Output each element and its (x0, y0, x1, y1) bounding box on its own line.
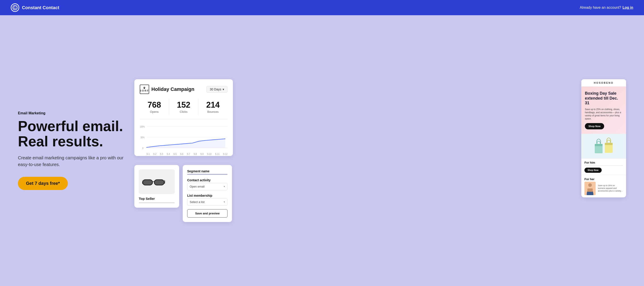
analytics-brand: ♛ SORF Holiday Campaign (140, 85, 194, 94)
login-link[interactable]: Log in (622, 5, 633, 10)
x-label-5: 9-5 (173, 153, 176, 155)
hero-headline: Powerful email. Real results. (18, 119, 126, 149)
x-label-3: 9-3 (160, 153, 163, 155)
chart-svg: 100% 50% 0 (140, 124, 228, 151)
account-text: Already have an account? (580, 5, 621, 10)
segment-name-input-bar (187, 174, 228, 175)
analytics-title: Holiday Campaign (151, 86, 194, 92)
x-label-2: 9-2 (153, 153, 156, 155)
days-selector[interactable]: 30 Days ▾ (206, 86, 228, 93)
metrics-row: 768 Opens 152 Clicks 214 Bounces (140, 98, 228, 119)
cta-button[interactable]: Get 7 days free* (18, 177, 68, 190)
email-product-section (581, 134, 626, 158)
product-label: Top Seller (139, 197, 175, 201)
logo-icon (11, 3, 19, 12)
x-label-12: 9-12 (223, 153, 228, 155)
svg-text:100%: 100% (140, 125, 145, 128)
contact-activity-label: Contact activity (187, 178, 228, 182)
email-sale-title: Boxing Day Sale extended till Dec. 31 (585, 91, 622, 106)
svg-point-19 (588, 183, 592, 187)
svg-rect-16 (595, 144, 602, 146)
list-membership-select[interactable]: Select a list ▾ (187, 198, 228, 206)
header-right: Already have an account? Log in (580, 5, 633, 10)
x-label-8: 9-8 (194, 153, 197, 155)
hero-subtext: Create email marketing campaigns like a … (18, 154, 126, 168)
chevron-down-icon-2: ▾ (224, 201, 225, 203)
svg-text:50%: 50% (140, 136, 145, 139)
chart-x-labels: 9-1 9-2 9-3 9-4 9-5 9-6 9-7 9-8 9-9 9-10… (140, 153, 228, 155)
analytics-section: ♛ SORF Holiday Campaign 30 Days ▾ 768 Op… (134, 79, 577, 222)
product-bar (139, 202, 175, 203)
bounces-value: 214 (198, 100, 228, 110)
save-preview-button[interactable]: Save and preview (187, 209, 228, 218)
opens-value: 768 (140, 100, 169, 110)
glasses-icon (142, 176, 171, 188)
opens-label: Opens (150, 110, 158, 113)
svg-rect-20 (587, 188, 593, 192)
brand-logo: ♛ SORF (140, 85, 149, 94)
brand-name: SORF (140, 89, 149, 92)
x-label-9: 9-9 (200, 153, 204, 155)
for-her-content: Save up to 25% on womens apparel and acc… (584, 182, 623, 195)
segment-card: Segment name Contact activity Open email… (183, 165, 232, 222)
for-him-shop-button[interactable]: Shop Now (584, 168, 602, 173)
hero-section: Email Marketing Powerful email. Real res… (0, 15, 644, 286)
svg-rect-13 (143, 180, 152, 185)
x-label-6: 9-6 (180, 153, 183, 155)
x-label-7: 9-7 (187, 153, 190, 155)
header: Constant Contact Already have an account… (0, 0, 644, 15)
list-membership-value: Select a list (190, 200, 204, 204)
email-sale-desc: Save up to 25% on clothing, shoes, handb… (585, 108, 622, 120)
logo-text: Constant Contact (22, 5, 59, 10)
email-for-him-section: For him Shop Now (581, 158, 626, 175)
svg-rect-18 (605, 143, 613, 145)
for-him-title: For him (584, 161, 623, 164)
email-template-card: HOSOBENO Boxing Day Sale extended till D… (581, 79, 626, 197)
hero-left: Email Marketing Powerful email. Real res… (18, 111, 134, 190)
analytics-card: ♛ SORF Holiday Campaign 30 Days ▾ 768 Op… (134, 79, 233, 156)
analytics-header: ♛ SORF Holiday Campaign 30 Days ▾ (140, 85, 228, 94)
clicks-label: Clicks (180, 110, 188, 113)
bottom-cards: Top Seller Segment name Contact activity… (134, 165, 577, 222)
list-membership-label: List membership (187, 194, 228, 197)
x-label-10: 9-10 (207, 153, 212, 155)
svg-point-1 (16, 7, 16, 7)
person-icon (586, 183, 594, 195)
for-her-image (584, 182, 596, 195)
metric-clicks: 152 Clicks (169, 98, 198, 115)
email-brand-name: HOSOBENO (594, 81, 614, 84)
bounces-label: Bounces (207, 110, 219, 113)
analytics-chart: 100% 50% 0 9-1 9-2 9-3 9-4 9-5 (140, 124, 228, 151)
email-hero-banner: Boxing Day Sale extended till Dec. 31 Sa… (581, 87, 626, 134)
product-image (139, 169, 175, 194)
segment-name-label: Segment name (187, 169, 228, 173)
svg-rect-14 (154, 180, 164, 185)
metric-opens: 768 Opens (140, 98, 169, 115)
contact-activity-value: Open email (190, 185, 204, 188)
hero-right: ♛ SORF Holiday Campaign 30 Days ▾ 768 Op… (134, 79, 626, 222)
for-her-title: For her (584, 177, 623, 181)
x-label-11: 9-11 (215, 153, 220, 155)
shopping-bags-icon (594, 137, 614, 155)
logo-area: Constant Contact (11, 3, 59, 12)
contact-activity-select[interactable]: Open email ▾ (187, 183, 228, 190)
for-her-desc: Save up to 25% on womens apparel and acc… (598, 184, 623, 192)
x-label-4: 9-4 (166, 153, 170, 155)
x-label-1: 9-1 (146, 153, 150, 155)
email-for-her-section: For her Save up to 25% on womens apparel… (581, 175, 626, 197)
chevron-down-icon: ▾ (222, 87, 224, 91)
svg-point-0 (13, 5, 17, 10)
email-header-bar: HOSOBENO (581, 79, 626, 87)
clicks-value: 152 (169, 100, 198, 110)
brand-crown-icon: ♛ (143, 87, 146, 89)
svg-text:0: 0 (142, 147, 144, 149)
chevron-down-icon: ▾ (224, 185, 225, 188)
for-him-bar (584, 165, 623, 166)
product-card: Top Seller (134, 165, 179, 208)
metric-bounces: 214 Bounces (198, 98, 228, 115)
hero-eyebrow: Email Marketing (18, 111, 126, 115)
email-shop-now-button[interactable]: Shop Now (585, 123, 604, 129)
